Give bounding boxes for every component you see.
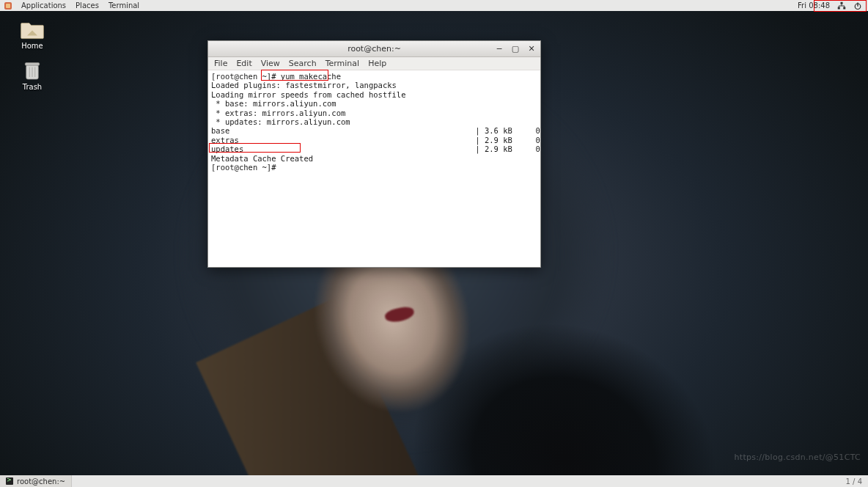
folder-home-icon — [20, 19, 45, 40]
svg-rect-0 — [841, 1, 843, 4]
svg-rect-6 — [25, 63, 40, 66]
power-icon[interactable] — [853, 1, 862, 10]
menu-places[interactable]: Places — [76, 1, 99, 10]
terminal-menubar: File Edit View Search Terminal Help — [208, 57, 540, 70]
terminal-output: [root@chen ~]# yum makecache Loaded plug… — [211, 72, 537, 172]
desktop-icon-home-label: Home — [10, 42, 54, 50]
terminal-menu-search[interactable]: Search — [289, 59, 317, 68]
desktop-icon-trash[interactable]: Trash — [10, 59, 54, 91]
minimize-button[interactable]: ─ — [493, 44, 505, 54]
terminal-title: root@chen:~ — [208, 44, 540, 54]
terminal-menu-view[interactable]: View — [261, 59, 280, 68]
terminal-menu-file[interactable]: File — [214, 59, 227, 68]
taskbar-task-label: root@chen:~ — [17, 477, 65, 486]
menu-terminal[interactable]: Terminal — [108, 1, 139, 10]
svg-rect-2 — [843, 7, 845, 9]
terminal-menu-edit[interactable]: Edit — [236, 59, 251, 68]
workspace-indicator[interactable]: 1 / 4 — [846, 477, 868, 486]
desktop-icon-home[interactable]: Home — [10, 18, 54, 50]
close-button[interactable]: ✕ — [526, 44, 537, 54]
clock[interactable]: Fri 08:48 — [798, 1, 830, 10]
terminal-body[interactable]: [root@chen ~]# yum makecache Loaded plug… — [208, 70, 540, 267]
desktop[interactable]: Home Trash root@chen:~ ─ ▢ ✕ File Edit V… — [0, 11, 868, 475]
network-icon[interactable] — [837, 1, 846, 10]
maximize-button[interactable]: ▢ — [510, 44, 521, 54]
taskbar-task-terminal[interactable]: root@chen:~ — [0, 475, 72, 487]
terminal-window[interactable]: root@chen:~ ─ ▢ ✕ File Edit View Search … — [207, 40, 541, 268]
top-panel: Applications Places Terminal Fri 08:48 — [0, 0, 868, 11]
terminal-menu-terminal[interactable]: Terminal — [326, 59, 360, 68]
svg-rect-1 — [838, 7, 840, 9]
bottom-panel: root@chen:~ 1 / 4 — [0, 475, 868, 487]
terminal-menu-help[interactable]: Help — [368, 59, 386, 68]
terminal-titlebar[interactable]: root@chen:~ ─ ▢ ✕ — [208, 41, 540, 57]
taskbar-terminal-icon — [6, 477, 13, 485]
desktop-icon-trash-label: Trash — [10, 83, 54, 91]
activities-icon[interactable] — [4, 2, 12, 10]
trash-icon — [23, 59, 42, 81]
menu-applications[interactable]: Applications — [21, 1, 66, 10]
